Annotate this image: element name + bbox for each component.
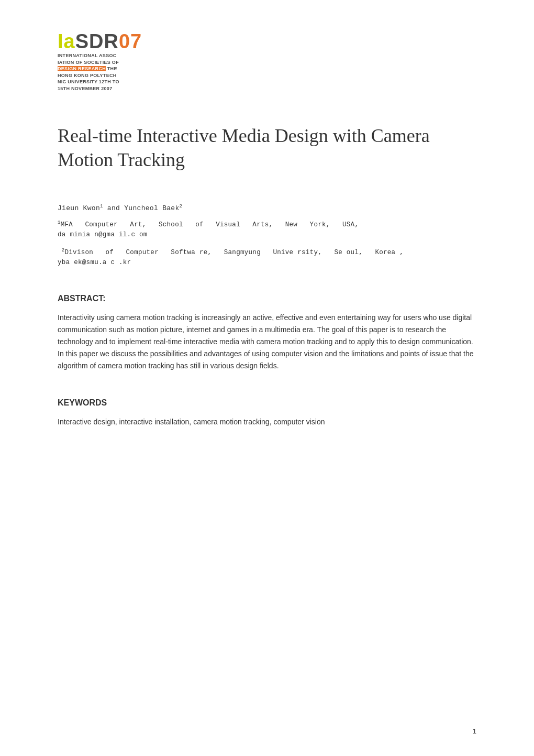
logo-line4: HONG KONG POLYTECH [58,72,476,79]
abstract-section: ABSTRACT: Interactivity using camera mot… [58,294,476,372]
logo-iasdr: IaSDR07 [58,31,476,51]
keywords-body: Interactive design, interactive installa… [58,416,476,428]
logo-subtitle: INTERNATIONAL ASSOC IATION OF SOCIETIES … [58,52,476,92]
logo-line1: INTERNATIONAL ASSOC [58,52,476,59]
paper-title: Real-time Interactive Media Design with … [58,124,476,173]
logo-line2: IATION OF SOCIETIES OF [58,59,476,66]
logo-section: IaSDR07 INTERNATIONAL ASSOC IATION OF SO… [58,31,476,92]
logo-design-highlight: DESIGN RESEARCH [58,66,106,71]
abstract-title: ABSTRACT: [58,294,476,303]
affiliation1: 1MFA Computer Art, School of Visual Arts… [58,220,476,240]
logo-the: THE [106,66,117,71]
affiliation2: 2Divison of Computer Softwa re, Sangmyun… [58,247,476,268]
abstract-body: Interactivity using camera motion tracki… [58,312,476,372]
authors-section: Jieun Kwon1 and Yuncheol Baek2 1MFA Comp… [58,204,476,268]
keywords-title: KEYWORDS [58,398,476,408]
logo-07: 07 [119,30,142,52]
logo-line3: DESIGN RESEARCH THE [58,65,476,72]
keywords-section: KEYWORDS Interactive design, interactive… [58,398,476,428]
authors-line: Jieun Kwon1 and Yuncheol Baek2 [58,204,476,212]
logo-ia: Ia [58,30,75,52]
logo-line6: 15TH NOVEMBER 2007 [58,85,476,92]
page: IaSDR07 INTERNATIONAL ASSOC IATION OF SO… [0,0,534,756]
logo-line5: NIC UNIVERSITY 12TH TO [58,79,476,85]
page-number: 1 [473,727,476,735]
logo-sdr: SDR [75,30,119,52]
